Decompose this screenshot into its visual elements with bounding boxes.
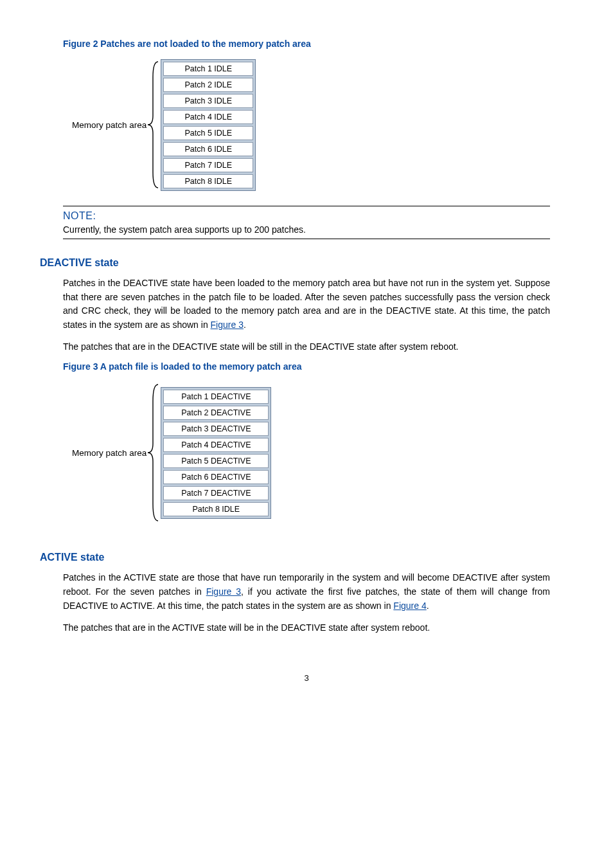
curly-brace-icon <box>147 58 161 192</box>
patch-stack: Patch 1 DEACTIVE Patch 2 DEACTIVE Patch … <box>161 387 271 519</box>
note-rule-top <box>63 206 550 206</box>
patch-stack: Patch 1 IDLE Patch 2 IDLE Patch 3 IDLE P… <box>161 59 256 191</box>
patch-row: Patch 5 IDLE <box>163 126 253 140</box>
patch-row: Patch 4 IDLE <box>163 110 253 124</box>
patch-row: Patch 2 DEACTIVE <box>163 406 269 420</box>
patch-row: Patch 6 IDLE <box>163 142 253 156</box>
note-label: NOTE: <box>63 210 550 222</box>
text-run: . <box>427 601 429 611</box>
patch-row: Patch 8 IDLE <box>163 174 253 188</box>
deactive-state-heading: DEACTIVE state <box>40 257 550 269</box>
patch-row: Patch 7 IDLE <box>163 158 253 172</box>
figure-4-link[interactable]: Figure 4 <box>393 601 426 611</box>
patch-row: Patch 1 IDLE <box>163 62 253 76</box>
page-number: 3 <box>63 673 550 683</box>
active-para-1: Patches in the ACTIVE state are those th… <box>63 571 550 613</box>
patch-row: Patch 2 IDLE <box>163 78 253 92</box>
figure-3-link[interactable]: Figure 3 <box>206 586 241 597</box>
note-rule-bottom <box>63 239 550 239</box>
active-para-2: The patches that are in the ACTIVE state… <box>63 621 550 635</box>
figure-2-title: Figure 2 Patches are not loaded to the m… <box>63 39 550 49</box>
patch-row: Patch 7 DEACTIVE <box>163 486 269 500</box>
deactive-para-1: Patches in the DEACTIVE state have been … <box>63 276 550 332</box>
patch-row: Patch 5 DEACTIVE <box>163 454 269 468</box>
figure-3-diagram: Memory patch area Patch 1 DEACTIVE Patch… <box>72 381 550 525</box>
text-run: . <box>244 320 246 330</box>
curly-brace-icon <box>147 381 161 525</box>
patch-row: Patch 1 DEACTIVE <box>163 390 269 404</box>
figure-3-link[interactable]: Figure 3 <box>211 320 244 330</box>
figure-2-diagram: Memory patch area Patch 1 IDLE Patch 2 I… <box>72 58 550 192</box>
figure-3-title: Figure 3 A patch file is loaded to the m… <box>63 361 550 372</box>
memory-patch-area-label: Memory patch area <box>72 120 147 130</box>
active-state-heading: ACTIVE state <box>40 552 550 563</box>
patch-row: Patch 8 IDLE <box>163 502 269 516</box>
memory-patch-area-label: Memory patch area <box>72 448 147 458</box>
text-run: Patches in the DEACTIVE state have been … <box>63 278 550 330</box>
patch-row: Patch 4 DEACTIVE <box>163 438 269 452</box>
patch-row: Patch 3 DEACTIVE <box>163 422 269 436</box>
note-text: Currently, the system patch area support… <box>63 224 550 235</box>
patch-row: Patch 6 DEACTIVE <box>163 470 269 484</box>
deactive-para-2: The patches that are in the DEACTIVE sta… <box>63 340 550 354</box>
patch-row: Patch 3 IDLE <box>163 94 253 108</box>
